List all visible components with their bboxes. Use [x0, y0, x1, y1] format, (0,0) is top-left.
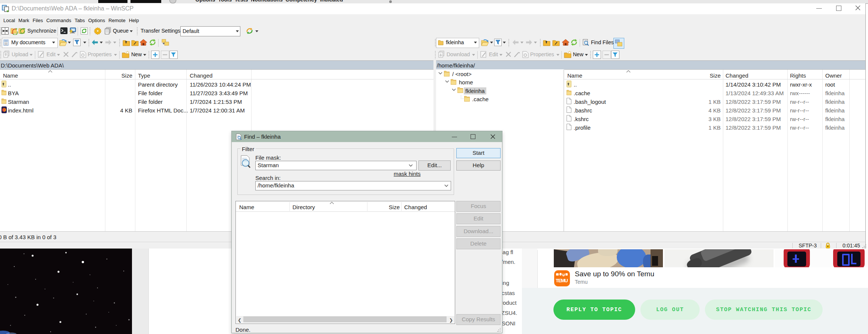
svg-text:TEMU: TEMU [556, 278, 568, 283]
